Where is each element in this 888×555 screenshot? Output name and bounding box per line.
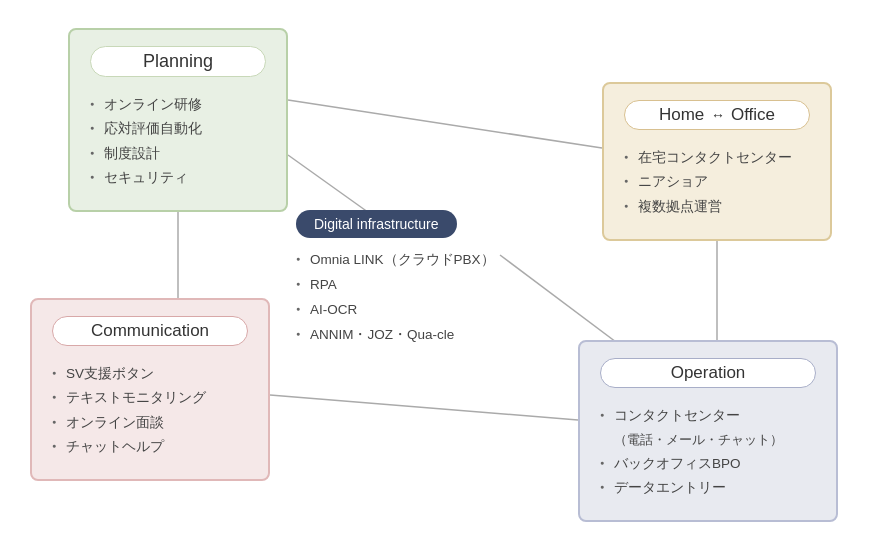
planning-items: オンライン研修応対評価自動化制度設計セキュリティ xyxy=(90,93,266,190)
homeoffice-title-pre: Home xyxy=(659,105,704,124)
list-item: チャットヘルプ xyxy=(52,435,248,459)
operation-items: コンタクトセンター（電話・メール・チャット）バックオフィスBPOデータエントリー xyxy=(600,404,816,500)
list-item: セキュリティ xyxy=(90,166,266,190)
list-item: AI-OCR xyxy=(296,298,495,323)
list-item: ニアショア xyxy=(624,170,810,194)
planning-title: Planning xyxy=(90,46,266,77)
list-item: 在宅コンタクトセンター xyxy=(624,146,810,170)
planning-box: Planning オンライン研修応対評価自動化制度設計セキュリティ xyxy=(68,28,288,212)
list-item: オンライン研修 xyxy=(90,93,266,117)
list-item: バックオフィスBPO xyxy=(600,452,816,476)
operation-box: Operation コンタクトセンター（電話・メール・チャット）バックオフィスB… xyxy=(578,340,838,522)
homeoffice-items: 在宅コンタクトセンターニアショア複数拠点運営 xyxy=(624,146,810,219)
list-item: ANNIM・JOZ・Qua-cle xyxy=(296,323,495,348)
list-item: 制度設計 xyxy=(90,142,266,166)
communication-title: Communication xyxy=(52,316,248,346)
list-item: オンライン面談 xyxy=(52,411,248,435)
homeoffice-title: Home ↔ Office xyxy=(624,100,810,130)
homeoffice-title-post: Office xyxy=(731,105,775,124)
list-item: 応対評価自動化 xyxy=(90,117,266,141)
svg-line-4 xyxy=(270,395,578,420)
homeoffice-arrow-icon: ↔ xyxy=(711,107,729,123)
list-item: 複数拠点運営 xyxy=(624,195,810,219)
operation-title: Operation xyxy=(600,358,816,388)
list-item: SV支援ボタン xyxy=(52,362,248,386)
list-item: テキストモニタリング xyxy=(52,386,248,410)
svg-line-0 xyxy=(288,100,602,148)
list-item: RPA xyxy=(296,273,495,298)
diagram-container: Planning オンライン研修応対評価自動化制度設計セキュリティ Home ↔… xyxy=(0,0,888,555)
list-item: Omnia LINK（クラウドPBX） xyxy=(296,248,495,273)
communication-items: SV支援ボタンテキストモニタリングオンライン面談チャットヘルプ xyxy=(52,362,248,459)
digital-badge: Digital infrastructure xyxy=(296,210,457,238)
communication-box: Communication SV支援ボタンテキストモニタリングオンライン面談チャ… xyxy=(30,298,270,481)
list-item: コンタクトセンター（電話・メール・チャット） xyxy=(600,404,816,452)
list-item: データエントリー xyxy=(600,476,816,500)
digital-items: Omnia LINK（クラウドPBX）RPAAI-OCRANNIM・JOZ・Qu… xyxy=(296,248,495,348)
homeoffice-box: Home ↔ Office 在宅コンタクトセンターニアショア複数拠点運営 xyxy=(602,82,832,241)
